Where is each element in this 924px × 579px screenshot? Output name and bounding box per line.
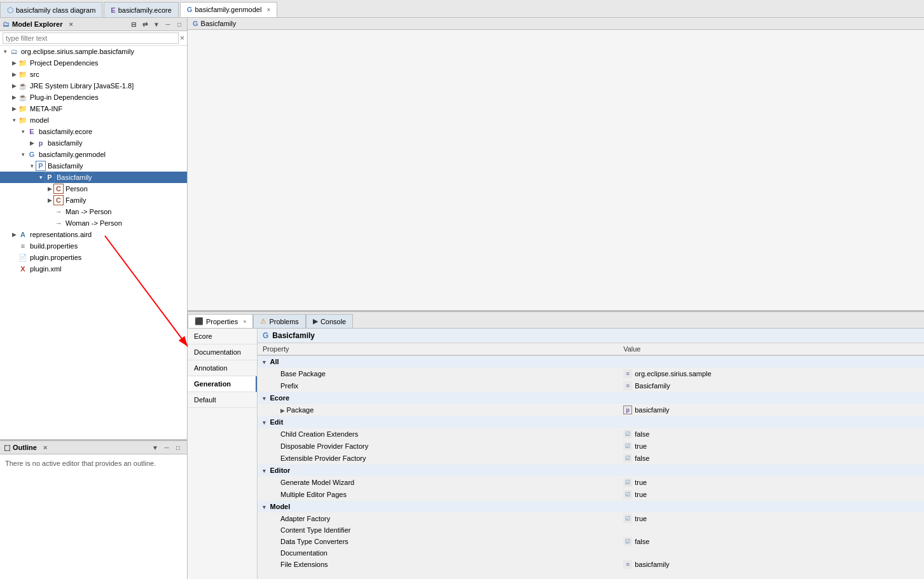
tree-label-Family: Family (66, 196, 86, 204)
tree-label-model: model (30, 116, 49, 124)
tree-toggle-basicfamily-ecore[interactable]: ▾ (19, 128, 27, 135)
prop-row-base-package[interactable]: Base Package≡org.eclipse.sirius.sample (258, 368, 924, 380)
props-sidebar-generation[interactable]: Generation (188, 376, 257, 392)
section-chevron-all[interactable]: ▾ (263, 359, 268, 365)
props-sidebar-ecore[interactable]: Ecore (188, 329, 257, 344)
tab-problems[interactable]: ⚠ Problems (253, 314, 305, 328)
tree-item-model[interactable]: ▾📁model (0, 114, 187, 126)
tab-properties[interactable]: ⬛ Properties × (188, 314, 253, 328)
tab-basicfamily-ecore[interactable]: E basicfamily.ecore (104, 2, 179, 17)
row-expand-icon[interactable]: ▶ (280, 407, 287, 414)
props-sidebar-documentation[interactable]: Documentation (188, 344, 257, 360)
section-edit[interactable]: ▾ Edit (258, 416, 924, 428)
model-explorer-close-btn[interactable]: × (69, 20, 72, 28)
outline-maximize-icon[interactable]: □ (173, 442, 183, 453)
section-ecore[interactable]: ▾ Ecore (258, 392, 924, 404)
tree-item-plugin-deps[interactable]: ▶☕Plug-in Dependencies (0, 92, 187, 103)
value-cell: ☑false (618, 453, 924, 465)
link-editor-icon[interactable]: ⇄ (140, 19, 150, 29)
prop-row-disposable-provider-factory[interactable]: Disposable Provider Factory☑true (258, 440, 924, 453)
bool-value-icon: ☑ (623, 430, 632, 439)
tree-item-Basicfamily-gen[interactable]: ▾PBasicfamily (0, 160, 187, 172)
tree-toggle-plugin-deps[interactable]: ▶ (10, 94, 18, 100)
outline-close-btn[interactable]: × (43, 444, 47, 451)
genmodel-icon: G (187, 6, 193, 13)
section-chevron-model[interactable]: ▾ (263, 504, 268, 510)
section-all[interactable]: ▾ All (258, 355, 924, 368)
properties-main: G Basicfamily Property Value (258, 329, 924, 579)
tree-toggle-proj-deps[interactable]: ▶ (10, 60, 18, 66)
props-sidebar-annotation[interactable]: Annotation (188, 360, 257, 376)
genclass-icon: C (53, 184, 64, 194)
filter-input[interactable] (3, 32, 179, 44)
section-model[interactable]: ▾ Model (258, 501, 924, 513)
prop-row-extensible-provider-factory[interactable]: Extensible Provider Factory☑false (258, 453, 924, 465)
prop-row-prefix[interactable]: Prefix≡Basicfamily (258, 380, 924, 392)
tree-item-Basicfamily-sub[interactable]: ▾PBasicfamily (0, 172, 187, 183)
props-sidebar-default[interactable]: Default (188, 392, 257, 408)
tree-toggle-Family[interactable]: ▶ (46, 197, 53, 203)
tree-toggle-jre[interactable]: ▶ (10, 83, 18, 89)
prop-row-file-extensions[interactable]: File Extensions≡basicfamily (258, 559, 924, 571)
tree-toggle-Person[interactable]: ▶ (46, 186, 53, 192)
tree-item-Family[interactable]: ▶CFamily (0, 194, 187, 206)
prop-row-generate-model-wizard[interactable]: Generate Model Wizard☑true (258, 477, 924, 489)
tab-close-icon[interactable]: × (266, 6, 270, 13)
filter-close-icon[interactable]: × (180, 34, 184, 43)
prop-row-data-type-converters[interactable]: Data Type Converters☑false (258, 536, 924, 548)
tree-item-representations-aird[interactable]: ▶Arepresentations.aird (0, 229, 187, 240)
tree-toggle-src[interactable]: ▶ (10, 71, 18, 78)
tree-item-build-properties[interactable]: ≡build.properties (0, 240, 187, 252)
maximize-icon[interactable]: □ (174, 19, 184, 29)
tree-label-root: org.eclipse.sirius.sample.basicfamily (21, 48, 134, 55)
prop-row-documentation[interactable]: Documentation (258, 548, 924, 559)
section-chevron-editor[interactable]: ▾ (263, 468, 268, 474)
model-explorer-icon: 🗂 (3, 20, 10, 28)
tree-item-plugin-properties[interactable]: 📄plugin.properties (0, 252, 187, 263)
prop-row-multiple-editor-pages[interactable]: Multiple Editor Pages☑true (258, 489, 924, 501)
tree-toggle-model[interactable]: ▾ (10, 117, 18, 123)
section-chevron-ecore[interactable]: ▾ (263, 395, 268, 402)
tree-toggle-basicfamily-pkg[interactable]: ▶ (28, 140, 36, 146)
tab-basicfamily-class-diagram[interactable]: ⬡ basicfamily class diagram (0, 2, 102, 17)
tree-item-src[interactable]: ▶📁src (0, 69, 187, 80)
tree-item-plugin-xml[interactable]: Xplugin.xml (0, 263, 187, 275)
bool-value-icon: ☑ (623, 442, 632, 451)
prop-name: Documentation (258, 548, 618, 559)
prop-row-adapter-factory[interactable]: Adapter Factory☑true (258, 513, 924, 525)
tree-item-Man-Person[interactable]: →Man -> Person (0, 206, 187, 217)
tree-toggle-meta-inf[interactable]: ▶ (10, 106, 18, 112)
tree-item-jre[interactable]: ▶☕JRE System Library [JavaSE-1.8] (0, 80, 187, 92)
tree-item-meta-inf[interactable]: ▶📁META-INF (0, 103, 187, 114)
tree-item-Person[interactable]: ▶CPerson (0, 183, 187, 194)
tree-toggle-root[interactable]: ▾ (1, 48, 9, 55)
tree-label-plugin-properties: plugin.properties (30, 254, 81, 261)
tree-toggle-Basicfamily-gen[interactable]: ▾ (28, 163, 36, 169)
collapse-all-icon[interactable]: ⊟ (128, 19, 139, 29)
tree-item-Woman-Person[interactable]: →Woman -> Person (0, 217, 187, 229)
outline-menu-icon[interactable]: ▼ (150, 442, 160, 453)
props-header-icon: G (263, 331, 268, 340)
tab-basicfamily-genmodel[interactable]: G basicfamily.genmodel × (180, 2, 277, 17)
minimize-icon[interactable]: ─ (163, 19, 173, 29)
prop-row-package-section[interactable]: ▶ Packagepbasicfamily (258, 404, 924, 416)
model-explorer-title: Model Explorer (12, 20, 62, 28)
prop-row-child-creation-extenders[interactable]: Child Creation Extenders☑false (258, 428, 924, 440)
properties-tab-close[interactable]: × (243, 318, 246, 325)
tree-item-basicfamily-pkg[interactable]: ▶pbasicfamily (0, 137, 187, 149)
tree-item-basicfamily-genmodel-file[interactable]: ▾Gbasicfamily.genmodel (0, 149, 187, 160)
tree-item-proj-deps[interactable]: ▶📁Project Dependencies (0, 57, 187, 69)
outline-minimize-icon[interactable]: ─ (162, 442, 172, 453)
tree-label-representations-aird: representations.aird (30, 231, 92, 238)
section-editor[interactable]: ▾ Editor (258, 465, 924, 477)
tree-item-basicfamily-ecore[interactable]: ▾Ebasicfamily.ecore (0, 126, 187, 137)
tab-console[interactable]: ▶ Console (306, 314, 353, 328)
tree-toggle-Basicfamily-sub[interactable]: ▾ (37, 174, 45, 181)
tree-item-root[interactable]: ▾🗂org.eclipse.sirius.sample.basicfamily (0, 46, 187, 57)
tree-toggle-basicfamily-genmodel-file[interactable]: ▾ (19, 151, 27, 158)
menu-icon[interactable]: ▼ (151, 19, 162, 29)
tree-toggle-representations-aird[interactable]: ▶ (10, 231, 18, 238)
section-chevron-edit[interactable]: ▾ (263, 419, 268, 426)
prop-row-content-type-identifier[interactable]: Content Type Identifier (258, 525, 924, 536)
project-icon: 🗂 (9, 46, 19, 57)
